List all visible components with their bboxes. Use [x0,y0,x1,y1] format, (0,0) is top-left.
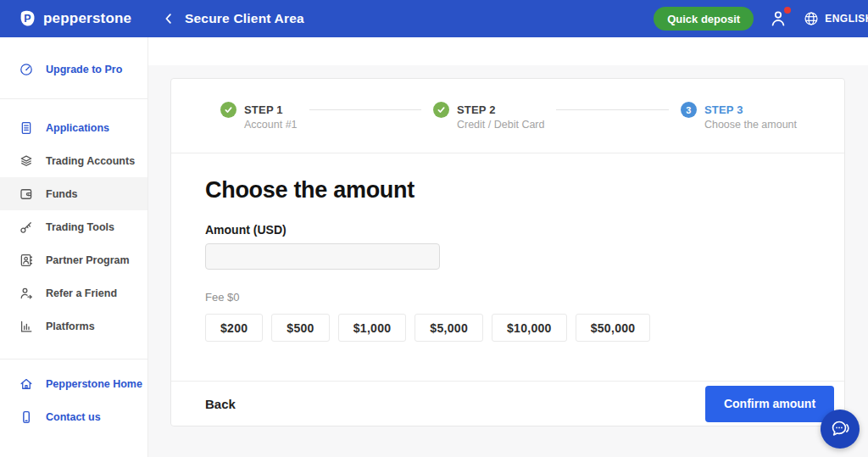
stepper-step-1: STEP 1 Account #1 [220,102,298,131]
key-icon [19,220,34,235]
sidebar: Upgrade to Pro Applications Trading Acco… [0,37,148,457]
amount-input[interactable] [205,243,440,270]
phone-icon [19,410,34,425]
check-icon [433,102,449,118]
preset-amount-button[interactable]: $1,000 [338,314,407,342]
account-menu-button[interactable] [768,8,788,29]
step-label: STEP 3 [704,102,797,118]
sidebar-item-applications[interactable]: Applications [0,111,147,144]
svg-text:P: P [24,13,31,25]
back-chevron-button[interactable] [161,11,176,26]
confirm-amount-button[interactable]: Confirm amount [705,386,834,422]
sidebar-item-partner-program[interactable]: Partner Program [0,243,147,276]
language-label: ENGLISH [825,13,868,25]
notification-badge [784,7,791,14]
bar-chart-icon [19,319,34,334]
sidebar-item-label: Contact us [46,411,101,423]
layers-icon [19,153,34,169]
sidebar-item-label: Pepperstone Home [46,378,142,390]
globe-icon [803,10,820,27]
stepper-step-2: STEP 2 Credit / Debit Card [433,102,545,131]
home-icon [19,376,34,392]
back-button[interactable]: Back [205,397,236,411]
deposit-card: STEP 1 Account #1 STEP 2 Credit / Debit … [170,78,845,426]
preset-amount-button[interactable]: $10,000 [492,314,567,342]
gauge-icon [19,62,34,77]
step-sublabel: Choose the amount [704,119,797,131]
chat-bubble-icon [829,418,851,440]
sidebar-item-contact-us[interactable]: Contact us [0,400,147,433]
card-body: Choose the amount Amount (USD) Fee $0 $2… [171,177,844,342]
person-add-icon [19,286,34,301]
sidebar-divider [0,359,147,359]
brand-name: pepperstone [43,10,131,27]
amount-field-label: Amount (USD) [205,223,810,237]
preset-amount-button[interactable]: $5,000 [415,314,483,342]
check-icon [220,102,236,118]
preset-amount-button[interactable]: $500 [271,314,329,342]
sidebar-item-label: Platforms [46,320,95,332]
step-number-badge: 3 [681,102,697,118]
preset-amount-button[interactable]: $200 [205,314,263,342]
sidebar-divider [0,98,147,99]
sidebar-item-pepperstone-home[interactable]: Pepperstone Home [0,367,147,400]
quick-deposit-button[interactable]: Quick deposit [654,7,754,31]
sidebar-item-trading-accounts[interactable]: Trading Accounts [0,144,147,177]
sidebar-item-label: Funds [46,188,78,200]
sidebar-item-label: Partner Program [46,254,130,266]
preset-amount-button[interactable]: $50,000 [576,314,651,342]
section-heading: Choose the amount [205,177,810,203]
sidebar-item-label: Applications [46,122,109,134]
sidebar-item-label: Trading Tools [46,221,114,233]
wallet-icon [19,187,34,202]
stepper-connector [309,109,421,110]
top-bar: P pepperstone Secure Client Area Quick d… [0,0,868,37]
step-label: STEP 1 [244,102,298,118]
sidebar-item-trading-tools[interactable]: Trading Tools [0,210,147,243]
step-sublabel: Account #1 [244,119,298,131]
preset-amounts: $200 $500 $1,000 $5,000 $10,000 $50,000 [205,314,810,342]
document-icon [19,120,34,136]
sidebar-item-funds[interactable]: Funds [0,177,147,210]
sidebar-item-platforms[interactable]: Platforms [0,309,147,343]
page-title: Secure Client Area [185,11,304,26]
sidebar-item-upgrade-to-pro[interactable]: Upgrade to Pro [0,53,147,86]
sidebar-item-label: Upgrade to Pro [46,64,122,75]
card-footer: Back Confirm amount [171,381,844,426]
address-book-icon [19,253,34,268]
fee-text: Fee $0 [205,291,810,304]
sidebar-item-label: Refer a Friend [46,287,117,299]
pepperstone-logo[interactable]: P pepperstone [0,8,148,29]
sidebar-item-refer-a-friend[interactable]: Refer a Friend [0,276,147,309]
stepper: STEP 1 Account #1 STEP 2 Credit / Debit … [171,79,844,153]
language-selector[interactable]: ENGLISH [803,10,868,27]
stepper-connector [556,109,668,110]
step-sublabel: Credit / Debit Card [457,119,545,131]
chevron-left-icon [161,11,176,26]
step-label: STEP 2 [457,102,545,118]
pepperstone-shield-icon: P [17,8,37,29]
live-chat-button[interactable] [821,410,860,449]
main-area: STEP 1 Account #1 STEP 2 Credit / Debit … [148,37,868,457]
sidebar-item-label: Trading Accounts [46,155,135,167]
stepper-step-3: 3 STEP 3 Choose the amount [681,102,797,131]
